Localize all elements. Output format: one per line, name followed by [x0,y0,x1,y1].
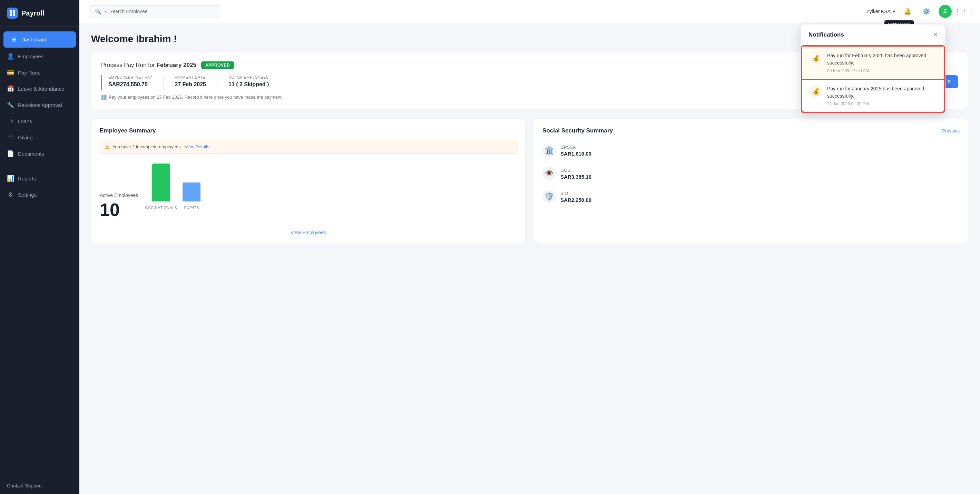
pay-run-title: Process Pay Run for February 2025 [101,62,196,69]
no-employees-value: 11 ( 2 Skipped ) [228,81,269,87]
sidebar-item-leave-attendance[interactable]: 📅 Leave & Attendance [0,81,80,97]
contact-support[interactable]: Contact Support [0,477,80,494]
avatar-letter: Z [943,8,947,15]
previous-link[interactable]: Previous [942,128,959,133]
notif-text-2: Pay run for January 2025 has been approv… [827,85,936,100]
close-notifications-button[interactable]: × [934,31,937,39]
svg-rect-2 [10,13,12,16]
social-security-header: Social Security Summary Previous [542,127,959,134]
sidebar-nav: ⊞ Dashboard 👤 Employees 💳 Pay Runs 📅 Lea… [0,27,80,469]
gcc-bar-group: GCC NATIONALS [145,164,177,210]
settings-button[interactable]: ⚙️ [920,5,932,17]
notifications-panel: Notifications × 💰 Pay run for February 2… [800,24,945,113]
active-emp-count: 10 [100,199,138,220]
notifications-wrapper: 🔔 Notifications [901,5,914,17]
sidebar-item-label: Leave & Attendance [18,86,64,92]
notifications-panel-header: Notifications × [801,24,945,45]
app-logo[interactable]: Payroll [0,0,80,27]
net-pay-value: SAR274,550.75 [108,81,152,87]
ss-items-list: 🏛️ GPSSA SAR1,610.00 👁️ GOSI SAR3,385.16 [542,139,959,208]
ss-item-gpssa: 🏛️ GPSSA SAR1,610.00 [542,139,959,162]
sidebar: Payroll ⊞ Dashboard 👤 Employees 💳 Pay Ru… [0,0,80,494]
app-name: Payroll [21,9,45,17]
sidebar-item-dashboard[interactable]: ⊞ Dashboard [3,32,76,48]
notifications-panel-title: Notifications [808,32,844,38]
main-area: 🔍 ▾ Zylker KSA ▾ 🔔 Notifications ⚙️ Z [80,0,980,494]
payment-date-label: PAYMENT DATE [175,75,206,79]
social-security-card: Social Security Summary Previous 🏛️ GPSS… [534,119,968,244]
gosi-amount: SAR3,385.16 [560,174,592,180]
alert-text: You have 2 incomplete employees. [113,144,182,149]
gosi-icon: 👁️ [542,167,555,180]
sidebar-item-label: Reports [18,176,36,181]
sio-name: SIO [560,191,592,196]
notifications-list: 💰 Pay run for February 2025 has been app… [801,45,945,113]
reports-icon: 📊 [7,175,14,182]
expats-label: EXPATS [184,206,199,210]
search-input[interactable] [110,9,214,14]
svg-rect-1 [13,10,15,13]
svg-rect-3 [13,13,15,16]
notif-item-2: 💰 Pay run for January 2025 has been appr… [802,79,945,113]
search-icon: 🔍 [95,8,102,15]
header: 🔍 ▾ Zylker KSA ▾ 🔔 Notifications ⚙️ Z [80,0,980,23]
view-employees-link[interactable]: View Employees [100,230,517,235]
sidebar-item-documents[interactable]: 📄 Documents [0,146,80,162]
expats-bar-group: EXPATS [183,183,200,210]
leave-icon: 📅 [7,85,14,92]
sidebar-item-label: Giving [18,135,33,140]
ss-item-gosi: 👁️ GOSI SAR3,385.16 [542,162,959,185]
sidebar-item-settings[interactable]: ⚙ Settings [0,187,80,203]
payment-date-value: 27 Feb 2025 [175,81,206,87]
no-employees-label: NO. OF EMPLOYEES [228,75,269,79]
sidebar-item-pay-runs[interactable]: 💳 Pay Runs [0,65,80,81]
sidebar-footer-divider [0,473,80,473]
gpssa-amount: SAR1,610.00 [560,151,592,157]
notif-time-1: 26 Feb 2025 11:50 AM [827,68,936,73]
sidebar-item-label: Employees [18,54,43,59]
gear-icon: ⚙️ [923,8,930,15]
gosi-name: GOSI [560,168,592,173]
sio-info: SIO SAR2,250.00 [560,191,592,203]
employee-summary-card: Employee Summary ⚠ You have 2 incomplete… [91,119,525,244]
gosi-info: GOSI SAR3,385.16 [560,168,592,180]
net-pay-label: EMPLOYEES' NET PAY [108,75,152,79]
gpssa-icon: 🏛️ [542,144,555,157]
sidebar-item-giving[interactable]: ♡ Giving [0,129,80,146]
sidebar-item-label: Revisions Approval [18,102,62,108]
org-name: Zylker KSA [867,9,891,14]
ss-item-sio: 🛡️ SIO SAR2,250.00 [542,185,959,208]
sio-amount: SAR2,250.00 [560,197,592,203]
sidebar-item-employees[interactable]: 👤 Employees [0,48,80,65]
notifications-button[interactable]: 🔔 [901,5,914,17]
alert-icon: ⚠ [105,143,110,150]
notif-text-1: Pay run for February 2025 has been appro… [827,52,936,67]
info-icon: ℹ️ [101,95,107,100]
nav-divider [0,166,80,166]
notif-body-1: Pay run for February 2025 has been appro… [827,52,936,73]
org-selector[interactable]: Zylker KSA ▾ [867,9,895,14]
user-avatar[interactable]: Z [939,5,952,18]
sidebar-item-loans[interactable]: ☽ Loans [0,113,80,129]
sidebar-item-label: Loans [18,118,32,124]
settings-icon: ⚙ [7,191,14,199]
sio-icon: 🛡️ [542,190,555,203]
apps-grid-button[interactable]: ⋮⋮⋮ [958,5,970,17]
bell-icon: 🔔 [904,8,911,15]
social-security-title: Social Security Summary [542,127,613,134]
loans-icon: ☽ [7,118,14,125]
notif-icon-2: 💰 [810,85,822,98]
view-details-link[interactable]: View Details [185,144,209,149]
notif-body-2: Pay run for January 2025 has been approv… [827,85,936,106]
page-content: Welcome Ibrahim ! Process Pay Run for Fe… [80,23,980,494]
search-bar[interactable]: 🔍 ▾ [89,5,220,18]
sidebar-item-revisions-approval[interactable]: 🔧 Revisions Approval [0,97,80,113]
gcc-bar [152,164,170,202]
search-dropdown-icon[interactable]: ▾ [105,9,107,14]
employee-bar-chart: GCC NATIONALS EXPATS [145,164,200,220]
documents-icon: 📄 [7,150,14,157]
sidebar-item-reports[interactable]: 📊 Reports [0,170,80,187]
logo-icon [7,8,18,19]
notif-icon-1: 💰 [810,52,822,65]
svg-rect-0 [10,10,12,13]
